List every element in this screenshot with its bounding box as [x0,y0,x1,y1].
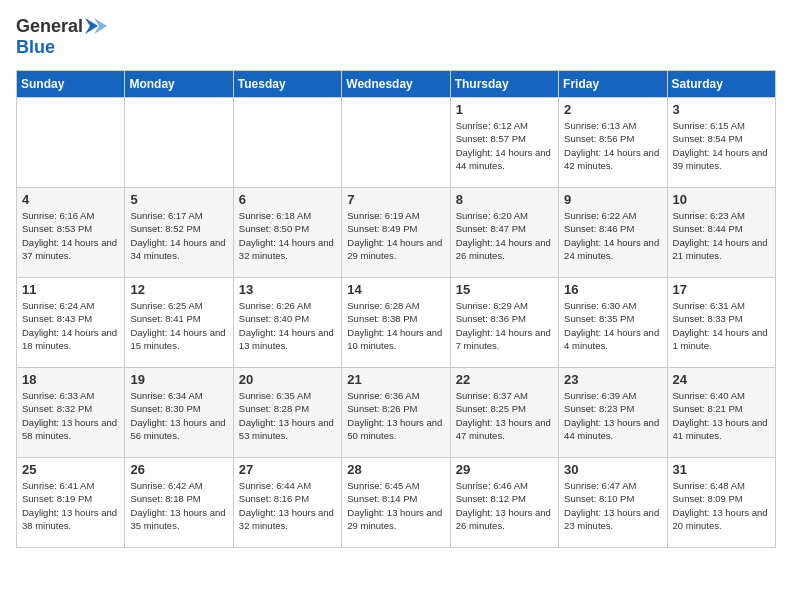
calendar-cell: 4Sunrise: 6:16 AMSunset: 8:53 PMDaylight… [17,188,125,278]
day-info: Sunrise: 6:48 AMSunset: 8:09 PMDaylight:… [673,479,770,532]
day-info: Sunrise: 6:23 AMSunset: 8:44 PMDaylight:… [673,209,770,262]
day-info: Sunrise: 6:26 AMSunset: 8:40 PMDaylight:… [239,299,336,352]
day-info: Sunrise: 6:25 AMSunset: 8:41 PMDaylight:… [130,299,227,352]
day-number: 4 [22,192,119,207]
day-number: 6 [239,192,336,207]
day-number: 20 [239,372,336,387]
day-number: 2 [564,102,661,117]
calendar-cell [17,98,125,188]
day-number: 7 [347,192,444,207]
calendar-cell [233,98,341,188]
calendar-cell: 19Sunrise: 6:34 AMSunset: 8:30 PMDayligh… [125,368,233,458]
calendar-cell [342,98,450,188]
day-info: Sunrise: 6:19 AMSunset: 8:49 PMDaylight:… [347,209,444,262]
logo-arrow-icon [85,16,107,36]
day-number: 10 [673,192,770,207]
calendar-cell: 13Sunrise: 6:26 AMSunset: 8:40 PMDayligh… [233,278,341,368]
calendar-cell: 30Sunrise: 6:47 AMSunset: 8:10 PMDayligh… [559,458,667,548]
calendar-cell [125,98,233,188]
calendar-cell: 21Sunrise: 6:36 AMSunset: 8:26 PMDayligh… [342,368,450,458]
day-number: 1 [456,102,553,117]
day-number: 22 [456,372,553,387]
day-number: 30 [564,462,661,477]
day-info: Sunrise: 6:17 AMSunset: 8:52 PMDaylight:… [130,209,227,262]
calendar-cell: 25Sunrise: 6:41 AMSunset: 8:19 PMDayligh… [17,458,125,548]
calendar-cell: 12Sunrise: 6:25 AMSunset: 8:41 PMDayligh… [125,278,233,368]
day-info: Sunrise: 6:39 AMSunset: 8:23 PMDaylight:… [564,389,661,442]
calendar-cell: 18Sunrise: 6:33 AMSunset: 8:32 PMDayligh… [17,368,125,458]
weekday-header-monday: Monday [125,71,233,98]
day-number: 18 [22,372,119,387]
calendar-week-1: 1Sunrise: 6:12 AMSunset: 8:57 PMDaylight… [17,98,776,188]
weekday-row: SundayMondayTuesdayWednesdayThursdayFrid… [17,71,776,98]
calendar-body: 1Sunrise: 6:12 AMSunset: 8:57 PMDaylight… [17,98,776,548]
calendar-week-2: 4Sunrise: 6:16 AMSunset: 8:53 PMDaylight… [17,188,776,278]
weekday-header-friday: Friday [559,71,667,98]
calendar-cell: 27Sunrise: 6:44 AMSunset: 8:16 PMDayligh… [233,458,341,548]
calendar-cell: 5Sunrise: 6:17 AMSunset: 8:52 PMDaylight… [125,188,233,278]
calendar-cell: 16Sunrise: 6:30 AMSunset: 8:35 PMDayligh… [559,278,667,368]
calendar-cell: 23Sunrise: 6:39 AMSunset: 8:23 PMDayligh… [559,368,667,458]
day-number: 28 [347,462,444,477]
calendar-cell: 1Sunrise: 6:12 AMSunset: 8:57 PMDaylight… [450,98,558,188]
day-info: Sunrise: 6:31 AMSunset: 8:33 PMDaylight:… [673,299,770,352]
weekday-header-saturday: Saturday [667,71,775,98]
calendar-cell: 22Sunrise: 6:37 AMSunset: 8:25 PMDayligh… [450,368,558,458]
weekday-header-wednesday: Wednesday [342,71,450,98]
day-number: 29 [456,462,553,477]
day-number: 25 [22,462,119,477]
calendar-cell: 26Sunrise: 6:42 AMSunset: 8:18 PMDayligh… [125,458,233,548]
day-number: 5 [130,192,227,207]
day-number: 16 [564,282,661,297]
weekday-header-tuesday: Tuesday [233,71,341,98]
day-number: 11 [22,282,119,297]
calendar-week-5: 25Sunrise: 6:41 AMSunset: 8:19 PMDayligh… [17,458,776,548]
logo-general: General [16,16,83,37]
day-info: Sunrise: 6:44 AMSunset: 8:16 PMDaylight:… [239,479,336,532]
calendar-cell: 28Sunrise: 6:45 AMSunset: 8:14 PMDayligh… [342,458,450,548]
day-number: 15 [456,282,553,297]
logo: General Blue [16,16,107,58]
day-info: Sunrise: 6:34 AMSunset: 8:30 PMDaylight:… [130,389,227,442]
calendar-cell: 7Sunrise: 6:19 AMSunset: 8:49 PMDaylight… [342,188,450,278]
calendar-cell: 2Sunrise: 6:13 AMSunset: 8:56 PMDaylight… [559,98,667,188]
weekday-header-thursday: Thursday [450,71,558,98]
day-info: Sunrise: 6:16 AMSunset: 8:53 PMDaylight:… [22,209,119,262]
day-number: 21 [347,372,444,387]
calendar-header: SundayMondayTuesdayWednesdayThursdayFrid… [17,71,776,98]
day-info: Sunrise: 6:35 AMSunset: 8:28 PMDaylight:… [239,389,336,442]
day-info: Sunrise: 6:47 AMSunset: 8:10 PMDaylight:… [564,479,661,532]
day-number: 13 [239,282,336,297]
day-info: Sunrise: 6:41 AMSunset: 8:19 PMDaylight:… [22,479,119,532]
day-info: Sunrise: 6:42 AMSunset: 8:18 PMDaylight:… [130,479,227,532]
day-info: Sunrise: 6:22 AMSunset: 8:46 PMDaylight:… [564,209,661,262]
day-info: Sunrise: 6:46 AMSunset: 8:12 PMDaylight:… [456,479,553,532]
calendar-week-4: 18Sunrise: 6:33 AMSunset: 8:32 PMDayligh… [17,368,776,458]
day-number: 31 [673,462,770,477]
day-number: 8 [456,192,553,207]
day-info: Sunrise: 6:13 AMSunset: 8:56 PMDaylight:… [564,119,661,172]
calendar-table: SundayMondayTuesdayWednesdayThursdayFrid… [16,70,776,548]
day-info: Sunrise: 6:37 AMSunset: 8:25 PMDaylight:… [456,389,553,442]
day-number: 27 [239,462,336,477]
calendar-cell: 3Sunrise: 6:15 AMSunset: 8:54 PMDaylight… [667,98,775,188]
day-info: Sunrise: 6:15 AMSunset: 8:54 PMDaylight:… [673,119,770,172]
weekday-header-sunday: Sunday [17,71,125,98]
logo-blue: Blue [16,37,55,57]
day-number: 12 [130,282,227,297]
calendar-cell: 20Sunrise: 6:35 AMSunset: 8:28 PMDayligh… [233,368,341,458]
calendar-week-3: 11Sunrise: 6:24 AMSunset: 8:43 PMDayligh… [17,278,776,368]
calendar-cell: 11Sunrise: 6:24 AMSunset: 8:43 PMDayligh… [17,278,125,368]
day-number: 3 [673,102,770,117]
day-number: 9 [564,192,661,207]
calendar-cell: 24Sunrise: 6:40 AMSunset: 8:21 PMDayligh… [667,368,775,458]
day-info: Sunrise: 6:45 AMSunset: 8:14 PMDaylight:… [347,479,444,532]
calendar-cell: 6Sunrise: 6:18 AMSunset: 8:50 PMDaylight… [233,188,341,278]
calendar-cell: 10Sunrise: 6:23 AMSunset: 8:44 PMDayligh… [667,188,775,278]
day-info: Sunrise: 6:24 AMSunset: 8:43 PMDaylight:… [22,299,119,352]
calendar-cell: 8Sunrise: 6:20 AMSunset: 8:47 PMDaylight… [450,188,558,278]
calendar-cell: 15Sunrise: 6:29 AMSunset: 8:36 PMDayligh… [450,278,558,368]
calendar-cell: 9Sunrise: 6:22 AMSunset: 8:46 PMDaylight… [559,188,667,278]
day-info: Sunrise: 6:36 AMSunset: 8:26 PMDaylight:… [347,389,444,442]
day-info: Sunrise: 6:20 AMSunset: 8:47 PMDaylight:… [456,209,553,262]
